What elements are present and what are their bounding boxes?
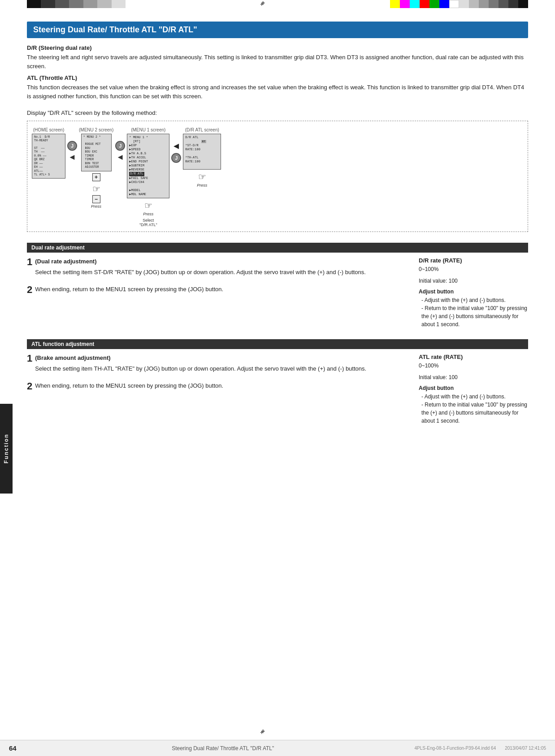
top-color-bar <box>0 0 555 8</box>
atl-function-right-adj-list: Adjust with the (+) and (-) buttons. Ret… <box>419 393 528 425</box>
dual-rate-step1-content: (Dual rate adjustment) Select the settin… <box>35 257 398 279</box>
file-right: 2013/04/07 12:41:05 <box>505 746 546 751</box>
dual-rate-step1: 1 (Dual rate adjustment) Select the sett… <box>27 257 398 279</box>
atl-function-section: ATL function adjustment 1 (Brake amount … <box>27 339 528 425</box>
menu1-screen-box: (MENU 1 screen) * MENU 1 * [RT] ▶EXP ▶SP… <box>127 127 169 227</box>
page-title: Steering Dual Rate/ Throttle ATL "D/R AT… <box>27 22 528 38</box>
finger-icon-2: ☞ <box>144 200 152 211</box>
dual-rate-section: Dual rate adjustment 1 (Dual rate adjust… <box>27 243 528 328</box>
dual-rate-step1-body: Select the setting item ST-D/R "RATE" by… <box>35 268 398 277</box>
atl-function-step1-content: (Brake amount adjustment) Select the set… <box>35 354 398 375</box>
atl-section-title: ATL (Throttle ATL) <box>27 74 528 81</box>
atl-function-step1-body: Select the setting item TH-ATL "RATE" by… <box>35 364 398 373</box>
dual-rate-columns: 1 (Dual rate adjustment) Select the sett… <box>27 257 528 328</box>
function-sidebar-label: Function <box>0 404 13 494</box>
select-label: Select"D/R ATL" <box>139 218 157 227</box>
dr-section-title: D/R (Steering dual rate) <box>27 44 528 51</box>
plus-button-1[interactable]: + <box>92 173 100 181</box>
dratl-screen-box: (D/R ATL screen) D/R ATL RT *ST-D/R RATE… <box>183 127 221 188</box>
nav-home-to-menu2: J ◄ <box>65 141 79 162</box>
press-label-1: Press <box>91 204 101 209</box>
dual-rate-step2-content: When ending, return to the MENU1 screen … <box>35 285 398 296</box>
home-lcd: No.1 D/R TH-READY ST —— TH —— 0.0% —— QE… <box>32 134 65 179</box>
menu2-screen-label: (MENU 2 screen) <box>79 127 113 132</box>
crosshair-top: + <box>260 1 269 10</box>
atl-function-adj-item-1: Adjust with the (+) and (-) buttons. <box>421 393 528 401</box>
atl-function-step1: 1 (Brake amount adjustment) Select the s… <box>27 354 398 375</box>
dr-body-text: The steering left and right servo travel… <box>27 53 528 71</box>
j-button-3: J <box>171 153 181 163</box>
menu1-lcd: * MENU 1 * [RT] ▶EXP ▶SPEED ▶TH A.B.S ▶T… <box>127 134 169 198</box>
bottom-bar: 64 Steering Dual Rate/ Throttle ATL "D/R… <box>0 740 555 756</box>
dratl-screen-label: (D/R ATL screen) <box>185 127 219 132</box>
home-screen-box: (HOME screen) No.1 D/R TH-READY ST —— TH… <box>32 127 65 179</box>
atl-function-step2-number: 2 <box>27 381 32 391</box>
arrow-1: ◄ <box>68 153 76 162</box>
press-label-2: Press <box>143 212 153 216</box>
dual-rate-right-initial: Initial value: 100 <box>419 277 528 285</box>
dual-rate-step1-number: 1 <box>27 257 32 267</box>
dual-rate-step1-title: (Dual rate adjustment) <box>35 257 398 266</box>
atl-function-step1-title: (Brake amount adjustment) <box>35 354 398 363</box>
file-left: 4PLS-Eng-08-1-Function-P39-64.indd 64 <box>414 746 496 751</box>
menu1-screen-label: (MENU 1 screen) <box>131 127 165 132</box>
menu2-screen-box: (MENU 2 screen) * MENU 2 * ROGUE MIT BOU… <box>79 127 113 209</box>
right-color-blocks <box>390 0 528 8</box>
screen-nav-diagram: (HOME screen) No.1 D/R TH-READY ST —— TH… <box>27 121 528 232</box>
dual-rate-step2-number: 2 <box>27 285 32 295</box>
nav-menu1-to-dratl: ◄ J <box>169 141 183 165</box>
arrow-2: ◄ <box>116 153 124 162</box>
atl-function-step2: 2 When ending, return to the MENU1 scree… <box>27 381 398 392</box>
dual-rate-right-adj-title: Adjust button <box>419 288 528 295</box>
nav-menu2-to-menu1: J ◄ <box>113 141 127 162</box>
dual-rate-header: Dual rate adjustment <box>27 243 528 253</box>
menu2-lcd: * MENU 2 * ROGUE MIT BOU BOU EXC TIMER T… <box>81 134 112 171</box>
display-method-text: Display "D/R ATL" screen by the followin… <box>27 109 528 116</box>
dual-rate-right-title: D/R rate (RATE) <box>419 257 528 264</box>
dual-rate-left-col: 1 (Dual rate adjustment) Select the sett… <box>27 257 412 328</box>
arrow-left-3: ◄ <box>172 141 181 151</box>
press-label-3: Press <box>197 183 207 188</box>
dual-rate-step2-body: When ending, return to the MENU1 screen … <box>35 285 398 294</box>
dual-rate-adj-item-2: Return to the initial value "100" by pre… <box>421 304 528 328</box>
atl-function-right-col: ATL rate (RATE) 0~100% Initial value: 10… <box>412 354 528 425</box>
atl-function-right-adj-title: Adjust button <box>419 385 528 391</box>
page-number: 64 <box>9 744 31 752</box>
atl-function-step2-body: When ending, return to the MENU1 screen … <box>35 381 398 390</box>
bottom-center-text: Steering Dual Rate/ Throttle ATL "D/R AT… <box>31 745 414 752</box>
dual-rate-right-adj-list: Adjust with the (+) and (-) buttons. Ret… <box>419 296 528 328</box>
dual-rate-right-range: 0~100% <box>419 265 528 273</box>
atl-function-right-range: 0~100% <box>419 362 528 370</box>
atl-function-adj-item-2: Return to the initial value "100" by pre… <box>421 401 528 425</box>
atl-function-header: ATL function adjustment <box>27 339 528 349</box>
bottom-file-info: 4PLS-Eng-08-1-Function-P39-64.indd 64 20… <box>414 746 546 751</box>
finger-icon-1: ☞ <box>92 184 100 194</box>
atl-function-step1-number: 1 <box>27 354 32 363</box>
crosshair-bottom: + <box>260 729 269 738</box>
atl-function-step2-content: When ending, return to the MENU1 screen … <box>35 381 398 392</box>
atl-function-right-title: ATL rate (RATE) <box>419 354 528 360</box>
dual-rate-adj-item-1: Adjust with the (+) and (-) buttons. <box>421 296 528 304</box>
atl-function-right-initial: Initial value: 100 <box>419 373 528 381</box>
dratl-lcd: D/R ATL RT *ST-D/R RATE:100 *TH-ATL RATE… <box>183 134 221 170</box>
finger-icon-3: ☞ <box>198 171 206 182</box>
atl-function-columns: 1 (Brake amount adjustment) Select the s… <box>27 354 528 425</box>
minus-button-1[interactable]: − <box>92 195 100 203</box>
black-blocks <box>27 0 126 8</box>
home-screen-label: (HOME screen) <box>33 127 64 132</box>
j-button-1: J <box>67 141 77 151</box>
atl-body-text: This function decreases the set value wh… <box>27 83 528 101</box>
atl-function-left-col: 1 (Brake amount adjustment) Select the s… <box>27 354 412 425</box>
j-button-2: J <box>115 141 125 151</box>
dual-rate-step2: 2 When ending, return to the MENU1 scree… <box>27 285 398 296</box>
page-content: Steering Dual Rate/ Throttle ATL "D/R AT… <box>0 8 555 454</box>
dual-rate-right-col: D/R rate (RATE) 0~100% Initial value: 10… <box>412 257 528 328</box>
